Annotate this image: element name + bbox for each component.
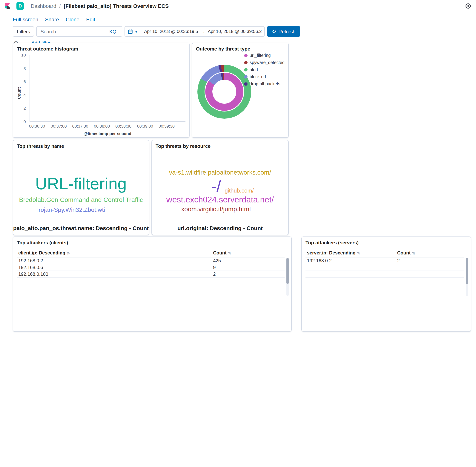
- tag-word[interactable]: va-s1.wildfire.paloaltonetworks.com/: [169, 169, 271, 176]
- table-cell[interactable]: 192.168.0.6: [17, 265, 212, 270]
- kql-button[interactable]: KQL: [109, 29, 119, 34]
- kibana-app: D Dashboard / [Filebeat palo_alto] Threa…: [0, 0, 476, 467]
- sort-icon: ⇅: [67, 251, 70, 255]
- legend-item[interactable]: spyware_detected: [244, 59, 285, 66]
- legend-dot-icon: [244, 68, 247, 71]
- legend-label: drop-all-packets: [250, 80, 280, 88]
- controls-icon[interactable]: [465, 2, 472, 9]
- legend-item[interactable]: alert: [244, 66, 285, 73]
- x-tick-label: 00:37:30: [72, 124, 88, 128]
- x-tick-label: 00:38:00: [94, 124, 110, 128]
- table-cell[interactable]: 192.168.0.100: [17, 272, 212, 277]
- donut-legend: url_filteringspyware_detectedalertblock-…: [244, 52, 285, 88]
- legend-item[interactable]: url_filtering: [244, 52, 285, 59]
- panel-top-attackers-clients: Top attackers (clients) client.ip: Desce…: [13, 236, 292, 332]
- histogram-viz: Count 0246810 00:36:3000:37:0000:37:3000…: [14, 53, 187, 136]
- column-header[interactable]: server.ip: Descending⇅: [305, 250, 396, 256]
- legend-item[interactable]: block-url: [244, 73, 285, 80]
- x-tick-label: 00:37:00: [51, 124, 67, 128]
- legend-item[interactable]: drop-all-packets: [244, 80, 285, 88]
- table-header-row: server.ip: Descending⇅Count⇅: [305, 249, 464, 258]
- x-tick-label: 00:39:00: [137, 124, 153, 128]
- legend-label: spyware_detected: [250, 59, 285, 66]
- y-tick-label: 10: [21, 53, 26, 57]
- panel-outcome-by-threat-type: Outcome by threat type url_filteringspyw…: [192, 43, 289, 138]
- sort-icon: ⇅: [228, 251, 231, 255]
- kibana-logo-icon[interactable]: [4, 2, 11, 9]
- filters-button[interactable]: Filters: [13, 26, 34, 37]
- calendar-icon: [128, 29, 133, 34]
- search-input[interactable]: [40, 28, 107, 35]
- clone-link[interactable]: Clone: [66, 16, 79, 23]
- table-row-empty: [305, 271, 464, 278]
- table-row: 192.168.0.22: [305, 258, 464, 264]
- legend-dot-icon: [244, 82, 247, 86]
- breadcrumb-separator: /: [59, 3, 61, 9]
- tag-word[interactable]: github.com/: [225, 187, 254, 193]
- legend-label: alert: [250, 66, 258, 73]
- x-tick-label: 00:38:30: [115, 124, 131, 128]
- table-row-empty: [17, 278, 285, 284]
- column-header[interactable]: Count⇅: [396, 250, 464, 256]
- table-row-empty: [305, 264, 464, 271]
- resources-cloud-caption: url.original: Descending - Count: [152, 225, 288, 231]
- table-cell[interactable]: 9: [212, 265, 285, 270]
- full-screen-link[interactable]: Full screen: [13, 16, 38, 23]
- table-cell[interactable]: 425: [212, 258, 285, 263]
- refresh-button[interactable]: ↻ Refresh: [267, 26, 301, 37]
- panel-top-threats-by-resource: Top threats by resource va-s1.wildfire.p…: [151, 140, 289, 235]
- x-tick-label: 00:39:30: [159, 124, 175, 128]
- clients-table: client.ip: Descending⇅Count⇅192.168.0.24…: [17, 249, 285, 291]
- share-link[interactable]: Share: [45, 16, 59, 23]
- table-cell[interactable]: 192.168.0.2: [305, 258, 396, 263]
- breadcrumb-dashboard[interactable]: Dashboard: [31, 3, 56, 9]
- tag-word[interactable]: xoom.virgilio.it/jump.html: [181, 206, 251, 212]
- y-tick-label: 6: [24, 79, 26, 84]
- legend-label: url_filtering: [250, 52, 271, 59]
- servers-table: server.ip: Descending⇅Count⇅192.168.0.22: [305, 249, 464, 291]
- histogram-y-axis: 0246810: [20, 55, 27, 122]
- x-axis-title: @timestamp per second: [30, 131, 186, 136]
- space-badge[interactable]: D: [16, 2, 24, 10]
- tag-word[interactable]: URL-filtering: [35, 176, 126, 192]
- table-row: 192.168.0.1002: [17, 271, 285, 278]
- table-cell[interactable]: 2: [212, 272, 285, 277]
- tag-word[interactable]: Trojan-Spy.Win32.Zbot.wti: [35, 207, 105, 213]
- panel-title: Top attackers (servers): [302, 237, 471, 246]
- panel-title: Threat outcome histogram: [13, 43, 189, 52]
- tag-word[interactable]: Bredolab.Gen Command and Control Traffic: [19, 197, 143, 203]
- table-row-empty: [305, 284, 464, 291]
- donut-chart[interactable]: [197, 65, 251, 119]
- refresh-icon: ↻: [272, 29, 276, 34]
- y-tick-label: 2: [24, 106, 26, 111]
- panel-top-threats-by-name: Top threats by name URL-filteringBredola…: [13, 140, 149, 235]
- servers-scrollbar-track: [466, 258, 468, 296]
- date-to[interactable]: Apr 10, 2018 @ 00:39:56.2: [205, 29, 264, 34]
- clients-scrollbar-thumb[interactable]: [287, 258, 289, 284]
- y-tick-label: 0: [24, 119, 26, 124]
- column-header[interactable]: client.ip: Descending⇅: [17, 250, 212, 256]
- query-bar: Filters KQL ▼ Apr 10, 2018 @ 00:36:19.5 …: [13, 26, 288, 37]
- donut-hole: [213, 80, 236, 104]
- table-cell[interactable]: 2: [396, 258, 464, 263]
- calendar-button[interactable]: ▼: [125, 26, 141, 36]
- top-bar: D Dashboard / [Filebeat palo_alto] Threa…: [0, 0, 476, 12]
- table-row: 192.168.0.2425: [17, 258, 285, 264]
- page-title: [Filebeat palo_alto] Threats Overview EC…: [64, 3, 169, 9]
- column-header[interactable]: Count⇅: [212, 250, 285, 256]
- histogram-plot[interactable]: [30, 55, 186, 122]
- date-from[interactable]: Apr 10, 2018 @ 00:36:19.5: [141, 29, 201, 34]
- tag-word[interactable]: -/: [211, 178, 221, 195]
- edit-link[interactable]: Edit: [86, 16, 95, 23]
- tag-word[interactable]: west.exch024.serverdata.net/: [166, 196, 274, 204]
- x-tick-label: 00:36:30: [29, 124, 45, 128]
- legend-label: block-url: [250, 73, 266, 80]
- panel-title: Top attackers (clients): [13, 237, 291, 246]
- panel-title: Outcome by threat type: [192, 43, 288, 52]
- table-row: 192.168.0.69: [17, 264, 285, 271]
- date-picker: ▼ Apr 10, 2018 @ 00:36:19.5 → Apr 10, 20…: [125, 26, 265, 37]
- servers-scrollbar-thumb[interactable]: [466, 258, 468, 284]
- histogram-x-axis: 00:36:3000:37:0000:37:3000:38:0000:38:30…: [30, 124, 186, 129]
- table-cell[interactable]: 192.168.0.2: [17, 258, 212, 263]
- y-tick-label: 4: [24, 93, 26, 97]
